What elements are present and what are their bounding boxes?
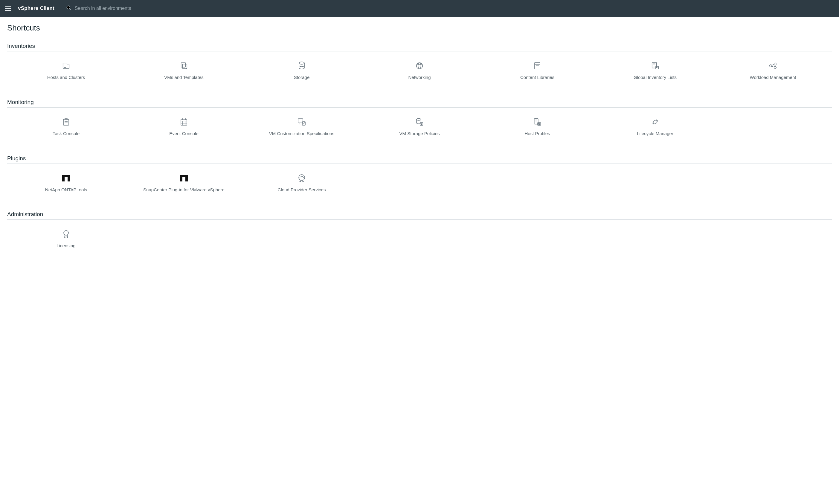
tile-label: VM Customization Specifications — [269, 131, 334, 137]
global-inventory-icon — [650, 60, 660, 72]
tile-vm-customization-specs[interactable]: VM Customization Specifications — [243, 113, 361, 141]
tile-lifecycle-manager[interactable]: Lifecycle Manager — [596, 113, 714, 141]
section-title-inventories: Inventories — [7, 43, 832, 51]
tile-networking[interactable]: Networking — [361, 57, 478, 85]
tile-host-profiles[interactable]: Host Profiles — [478, 113, 596, 141]
vms-templates-icon — [179, 60, 189, 72]
tile-hosts-and-clusters[interactable]: Hosts and Clusters — [7, 57, 125, 85]
grid-plugins: NetApp ONTAP tools SnapCenter Plug-in fo… — [7, 169, 832, 197]
section-monitoring: Monitoring Task Console — [7, 99, 832, 141]
tile-label: Global Inventory Lists — [633, 75, 677, 80]
svg-point-24 — [774, 66, 776, 69]
tile-label: Storage — [294, 75, 310, 80]
svg-point-8 — [416, 63, 423, 69]
task-console-icon — [62, 116, 70, 128]
section-plugins: Plugins NetApp ONTAP tools SnapCenter Pl… — [7, 155, 832, 197]
svg-rect-43 — [420, 123, 423, 125]
tile-netapp-ontap-tools[interactable]: NetApp ONTAP tools — [7, 169, 125, 197]
page-title: Shortcuts — [7, 23, 832, 33]
grid-administration: Licensing — [7, 225, 832, 253]
svg-point-9 — [418, 63, 421, 69]
svg-line-1 — [70, 9, 71, 10]
tile-snapcenter-plugin[interactable]: SnapCenter Plug-in for VMware vSphere — [125, 169, 243, 197]
snapcenter-icon — [179, 172, 189, 184]
tile-label: Workload Management — [750, 75, 796, 80]
svg-rect-27 — [64, 119, 69, 125]
tile-content-libraries[interactable]: Content Libraries — [478, 57, 596, 85]
host-profiles-icon — [533, 116, 542, 128]
tile-label: Host Profiles — [524, 131, 550, 137]
section-administration: Administration Licensing — [7, 211, 832, 253]
svg-line-26 — [772, 66, 774, 67]
svg-point-52 — [64, 231, 69, 235]
tile-vm-storage-policies[interactable]: VM Storage Policies — [361, 113, 478, 141]
tile-label: VMs and Templates — [164, 75, 203, 80]
tile-vms-and-templates[interactable]: VMs and Templates — [125, 57, 243, 85]
tile-cloud-provider-services[interactable]: Cloud Provider Services — [243, 169, 361, 197]
tile-label: Hosts and Clusters — [47, 75, 85, 80]
section-title-plugins: Plugins — [7, 155, 832, 164]
tile-global-inventory-lists[interactable]: Global Inventory Lists — [596, 57, 714, 85]
svg-point-22 — [770, 65, 772, 67]
grid-monitoring: Task Console Event Console — [7, 113, 832, 141]
svg-rect-2 — [63, 63, 67, 69]
app-title: vSphere Client — [18, 5, 54, 11]
vm-customization-icon — [297, 116, 306, 128]
tile-label: Networking — [408, 75, 431, 80]
tile-label: Event Console — [169, 131, 198, 137]
storage-icon — [298, 60, 306, 72]
tile-event-console[interactable]: Event Console — [125, 113, 243, 141]
tile-label: NetApp ONTAP tools — [45, 187, 87, 193]
licensing-icon — [62, 228, 70, 240]
tile-licensing[interactable]: Licensing — [7, 225, 125, 253]
topbar: vSphere Client — [0, 0, 839, 17]
search-area — [66, 5, 182, 12]
hosts-clusters-icon — [61, 60, 71, 72]
tile-label: Content Libraries — [520, 75, 554, 80]
tile-label: VM Storage Policies — [399, 131, 440, 137]
event-console-icon — [180, 116, 188, 128]
svg-point-50 — [538, 123, 540, 125]
workload-management-icon — [768, 60, 778, 72]
content-libraries-icon — [533, 60, 541, 72]
svg-rect-3 — [67, 64, 69, 69]
tile-task-console[interactable]: Task Console — [7, 113, 125, 141]
tile-storage[interactable]: Storage — [243, 57, 361, 85]
lifecycle-manager-icon — [650, 116, 660, 128]
section-inventories: Inventories Hosts and Clusters — [7, 43, 832, 85]
search-icon — [66, 5, 72, 12]
vm-storage-policies-icon — [415, 116, 424, 128]
cloud-provider-icon — [297, 172, 307, 184]
svg-rect-31 — [181, 119, 187, 125]
grid-inventories: Hosts and Clusters VMs and Templates — [7, 57, 832, 85]
section-title-administration: Administration — [7, 211, 832, 220]
svg-rect-5 — [181, 63, 186, 67]
tile-label: Licensing — [56, 243, 75, 249]
svg-point-7 — [299, 62, 304, 64]
hamburger-menu-button[interactable] — [4, 4, 13, 13]
tile-label: Cloud Provider Services — [278, 187, 326, 193]
tile-label: Lifecycle Manager — [637, 131, 673, 137]
networking-icon — [415, 60, 424, 72]
svg-point-23 — [774, 63, 776, 66]
tile-workload-management[interactable]: Workload Management — [714, 57, 832, 85]
netapp-icon — [61, 172, 71, 184]
section-title-monitoring: Monitoring — [7, 99, 832, 108]
tile-label: Task Console — [53, 131, 79, 137]
search-input[interactable] — [75, 6, 182, 11]
svg-line-25 — [772, 64, 774, 65]
tile-label: SnapCenter Plug-in for VMware vSphere — [143, 187, 225, 193]
main-content: Shortcuts Inventories Hosts and Clusters — [0, 17, 839, 285]
svg-point-42 — [416, 119, 421, 121]
